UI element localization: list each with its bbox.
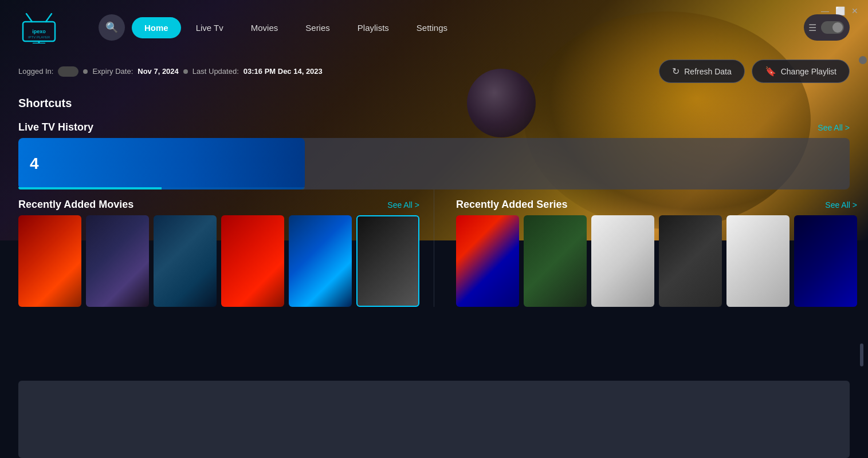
- svg-text:ipexo: ipexo: [32, 29, 46, 34]
- live-tv-history-title: Live TV History: [18, 121, 93, 133]
- series-row: [438, 215, 868, 307]
- refresh-icon: ↻: [672, 66, 680, 77]
- nav-movies[interactable]: Movies: [238, 17, 291, 38]
- section-divider: [434, 189, 434, 307]
- status-bar: Logged In: Expiry Date: Nov 7, 2024 Last…: [0, 55, 868, 88]
- refresh-label: Refresh Data: [684, 67, 731, 76]
- navbar: ipexo IPTV PLAYER 🔍 Home Live Tv Movies …: [0, 0, 868, 55]
- recently-series-title: Recently Added Series: [456, 199, 567, 211]
- series-card-3[interactable]: [591, 215, 654, 307]
- logo-container[interactable]: ipexo IPTV PLAYER: [18, 10, 60, 45]
- movies-see-all[interactable]: See All >: [387, 200, 419, 210]
- movie-card-2[interactable]: [86, 215, 149, 307]
- nav-home[interactable]: Home: [132, 17, 181, 38]
- channel-item[interactable]: 4: [18, 138, 305, 189]
- movie-card-6[interactable]: [356, 215, 419, 307]
- playlist-icon: 🔖: [765, 66, 776, 77]
- svg-line-1: [26, 14, 32, 22]
- status-dot-2: [183, 69, 188, 74]
- shortcuts-section: Shortcuts: [0, 88, 868, 114]
- live-tv-see-all[interactable]: See All >: [818, 123, 850, 132]
- search-icon: 🔍: [105, 21, 118, 34]
- series-card-5[interactable]: [726, 215, 790, 307]
- series-card-2[interactable]: [524, 215, 587, 307]
- expiry-date: Nov 7, 2024: [138, 67, 179, 76]
- series-card-1[interactable]: [456, 215, 519, 307]
- toggle-switch: [821, 21, 844, 34]
- svg-line-2: [46, 14, 52, 22]
- expiry-label: Expiry Date:: [92, 67, 133, 76]
- recently-movies-title: Recently Added Movies: [18, 199, 133, 211]
- movie-card-3[interactable]: [154, 215, 217, 307]
- recently-added-series-section: Recently Added Series See All >: [438, 189, 868, 307]
- channel-number: 4: [30, 155, 39, 173]
- channel-bar: 4: [18, 138, 850, 189]
- channel-bar-container: 4: [0, 138, 868, 189]
- change-playlist-button[interactable]: 🔖 Change Playlist: [752, 60, 850, 83]
- recently-series-header: Recently Added Series See All >: [438, 189, 868, 215]
- logo: ipexo IPTV PLAYER: [18, 10, 60, 45]
- movie-card-5[interactable]: [289, 215, 352, 307]
- nav-settings[interactable]: Settings: [404, 17, 460, 38]
- nav-items: Home Live Tv Movies Series Playlists Set…: [132, 17, 460, 38]
- status-dot-1: [83, 69, 88, 74]
- search-button[interactable]: 🔍: [99, 14, 125, 41]
- nav-toggle-button[interactable]: ☰: [804, 14, 850, 41]
- overlay-tooltip: [18, 381, 850, 458]
- scroll-indicator: [860, 344, 863, 366]
- movie-card-1[interactable]: [18, 215, 81, 307]
- movies-row: [0, 215, 438, 307]
- action-buttons: ↻ Refresh Data 🔖 Change Playlist: [659, 60, 850, 83]
- channel-bar-background: [300, 138, 850, 189]
- status-info: Logged In: Expiry Date: Nov 7, 2024 Last…: [18, 66, 659, 77]
- refresh-data-button[interactable]: ↻ Refresh Data: [659, 60, 744, 83]
- toggle-knob: [832, 22, 843, 33]
- recently-added-container: Recently Added Movies See All > Recently…: [0, 189, 868, 307]
- change-playlist-label: Change Playlist: [781, 67, 836, 76]
- last-updated-value: 03:16 PM Dec 14, 2023: [243, 67, 323, 76]
- shortcuts-title: Shortcuts: [18, 97, 850, 110]
- recently-movies-header: Recently Added Movies See All >: [0, 189, 438, 215]
- logged-in-label: Logged In:: [18, 67, 53, 76]
- nav-live-tv[interactable]: Live Tv: [183, 17, 236, 38]
- svg-text:IPTV PLAYER: IPTV PLAYER: [28, 35, 50, 39]
- live-tv-history-header: Live TV History See All >: [0, 114, 868, 138]
- last-updated-label: Last Updated:: [193, 67, 239, 76]
- movie-card-4[interactable]: [221, 215, 284, 307]
- login-toggle[interactable]: [58, 66, 78, 77]
- nav-playlists[interactable]: Playlists: [345, 17, 402, 38]
- menu-icon: ☰: [808, 22, 816, 33]
- series-see-all[interactable]: See All >: [825, 200, 857, 210]
- series-card-6[interactable]: [794, 215, 857, 307]
- nav-series[interactable]: Series: [293, 17, 343, 38]
- recently-added-movies-section: Recently Added Movies See All >: [0, 189, 438, 307]
- logo-svg: ipexo IPTV PLAYER: [19, 11, 58, 44]
- series-card-4[interactable]: [659, 215, 722, 307]
